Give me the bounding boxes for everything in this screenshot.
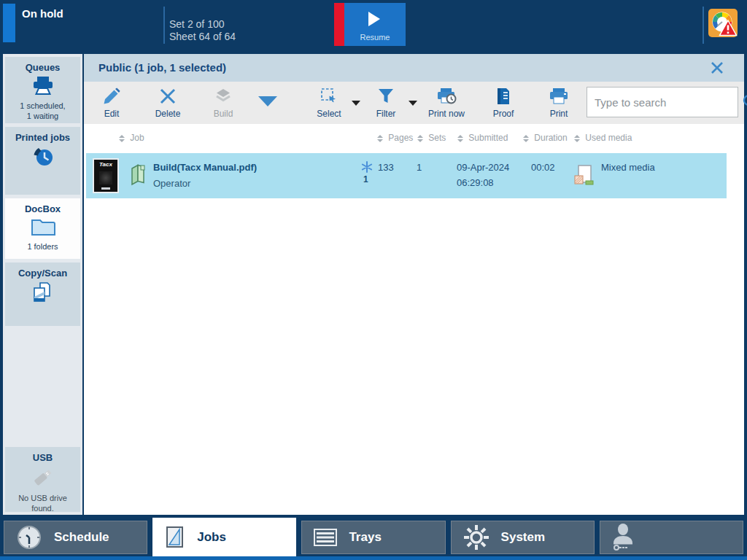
- printer-icon: [538, 85, 579, 107]
- status-accent-bar: [3, 4, 15, 42]
- bottom-nav-bar: Schedule Jobs: [0, 518, 747, 560]
- usb-drive-icon: [30, 478, 56, 490]
- topbar-divider: [163, 7, 165, 44]
- copy-scan-icon: [32, 295, 54, 307]
- job-used-media: Mixed media: [601, 162, 655, 173]
- printer-queue-icon: [32, 85, 54, 98]
- filter-button[interactable]: Filter: [365, 85, 406, 119]
- printer-control-screen: On hold Set 2 of 100 Sheet 64 of 64 Resu…: [0, 0, 747, 560]
- select-marquee-icon: [309, 85, 349, 107]
- sort-icon: [457, 135, 463, 142]
- copy-scan-label: Copy/Scan: [7, 268, 79, 279]
- system-status-gauge-icon[interactable]: [708, 9, 738, 37]
- job-pages: 133: [378, 162, 394, 173]
- job-status-asterisk-icon: [361, 161, 373, 176]
- close-icon[interactable]: [709, 60, 725, 76]
- gear-icon: [463, 524, 489, 551]
- job-progress-text: Set 2 of 100 Sheet 64 of 64: [169, 18, 236, 43]
- folder-icon: [30, 226, 56, 238]
- top-status-bar: On hold Set 2 of 100 Sheet 64 of 64 Resu…: [0, 0, 747, 50]
- tab-system[interactable]: System: [451, 521, 595, 554]
- resume-label: Resume: [344, 33, 406, 42]
- job-name: Build(Tacx Manual.pdf): [153, 162, 257, 173]
- attention-bar: [334, 3, 344, 46]
- column-header-pages[interactable]: Pages: [377, 133, 413, 143]
- sort-icon: [523, 135, 529, 142]
- job-duration: 00:02: [531, 162, 555, 173]
- panel-title: Public (1 job, 1 selected): [98, 61, 226, 74]
- sidebar: Queues 1 scheduled, 1 waiting Printed jo…: [3, 54, 82, 515]
- mixed-media-icon: [573, 164, 597, 190]
- sort-icon: [119, 135, 125, 142]
- job-owner: Operator: [153, 178, 190, 189]
- print-button[interactable]: Print: [538, 85, 579, 119]
- queues-label: Queues: [7, 62, 79, 73]
- sidebar-item-copy-scan[interactable]: Copy/Scan: [5, 262, 80, 326]
- user-key-icon: [612, 523, 637, 552]
- proof-button[interactable]: Proof: [483, 85, 524, 119]
- sidebar-item-queues[interactable]: Queues 1 scheduled, 1 waiting: [5, 57, 80, 123]
- more-actions-dropdown-icon[interactable]: [258, 96, 277, 106]
- printed-jobs-clock-icon: [31, 159, 55, 171]
- sort-icon: [417, 135, 423, 142]
- sort-icon: [377, 135, 383, 142]
- tab-jobs[interactable]: Jobs: [152, 518, 296, 557]
- tab-schedule[interactable]: Schedule: [4, 521, 147, 554]
- tab-trays[interactable]: Trays: [301, 521, 445, 554]
- sidebar-item-docbox[interactable]: DocBox 1 folders: [5, 198, 80, 259]
- column-header-used-media[interactable]: Used media: [574, 133, 632, 143]
- column-header-submitted[interactable]: Submitted: [457, 133, 508, 143]
- print-now-button[interactable]: Print now: [421, 85, 472, 119]
- toolbar: Edit Delete Build: [84, 82, 744, 124]
- job-thumbnail: Tacx: [93, 158, 119, 193]
- print-now-icon: [421, 85, 472, 107]
- usb-status: No USB drive found.: [7, 493, 79, 513]
- topbar-divider-right: [703, 7, 704, 44]
- proof-document-icon: [483, 85, 524, 107]
- pencil-icon: [91, 85, 132, 107]
- job-row[interactable]: Tacx Build(Tacx Manual.pdf) Operator: [86, 153, 727, 198]
- sheet-progress: Sheet 64 of 64: [169, 31, 236, 43]
- delete-x-icon: [147, 85, 188, 107]
- queues-status: 1 scheduled, 1 waiting: [7, 101, 79, 121]
- job-submitted-time: 06:29:08: [457, 177, 494, 188]
- search-box: [587, 87, 738, 117]
- set-progress: Set 2 of 100: [169, 18, 236, 31]
- sort-icon: [574, 135, 580, 142]
- resume-button[interactable]: Resume: [344, 3, 406, 46]
- play-icon: [368, 12, 380, 26]
- column-header-duration[interactable]: Duration: [523, 133, 568, 143]
- jobs-panel: Public (1 job, 1 selected) Edit: [84, 54, 744, 515]
- printer-status-text: On hold: [22, 7, 63, 20]
- nav-accent-strip: [0, 556, 747, 560]
- job-status-count: 1: [363, 174, 368, 184]
- jobs-document-icon: [165, 525, 185, 550]
- booklet-job-type-icon: [128, 163, 147, 190]
- trays-icon: [314, 529, 337, 546]
- job-sets: 1: [417, 162, 422, 173]
- build-button[interactable]: Build: [203, 85, 244, 119]
- printed-jobs-label: Printed jobs: [7, 132, 79, 143]
- job-list: Job Pages Sets Submitted Duration Used m…: [84, 124, 744, 515]
- job-submitted-date: 09-Apr-2024: [457, 162, 509, 173]
- edit-button[interactable]: Edit: [91, 85, 132, 119]
- filter-funnel-icon: [365, 85, 406, 107]
- build-stack-icon: [203, 85, 244, 107]
- delete-button[interactable]: Delete: [147, 85, 188, 119]
- docbox-label: DocBox: [7, 203, 79, 214]
- column-header-sets[interactable]: Sets: [417, 133, 446, 143]
- usb-label: USB: [7, 452, 79, 463]
- sidebar-item-usb[interactable]: USB No USB drive found.: [5, 447, 80, 512]
- panel-header: Public (1 job, 1 selected): [84, 54, 744, 82]
- sidebar-item-printed-jobs[interactable]: Printed jobs: [5, 127, 80, 195]
- select-button[interactable]: Select: [309, 85, 349, 119]
- search-input[interactable]: [587, 96, 741, 109]
- tab-login[interactable]: [600, 521, 743, 554]
- docbox-status: 1 folders: [7, 241, 79, 252]
- search-icon[interactable]: [741, 93, 747, 112]
- clock-icon: [16, 524, 42, 551]
- sidebar-spacer: [5, 330, 80, 447]
- filter-dropdown-caret-icon[interactable]: [409, 101, 417, 106]
- select-dropdown-caret-icon[interactable]: [352, 101, 360, 106]
- column-header-job[interactable]: Job: [119, 133, 144, 143]
